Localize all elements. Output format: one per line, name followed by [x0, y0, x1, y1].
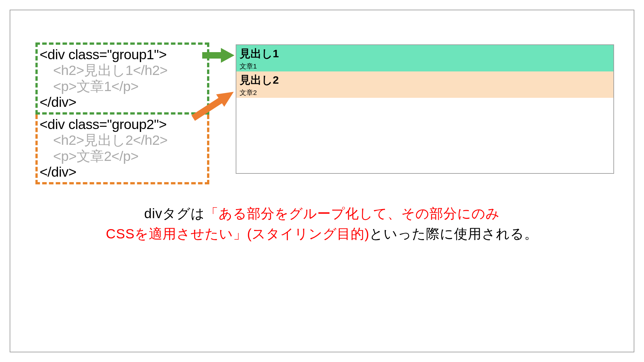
caption-part3: CSSを適用させたい」(スタイリング目的) [106, 226, 369, 241]
svg-marker-1 [190, 88, 238, 123]
code-close-div2: </div> [40, 164, 204, 180]
code-p-2: <p>文章2</p> [40, 148, 204, 164]
code-open-div2: <div class="group2"> [40, 116, 204, 132]
render-group2: 見出し2 文章2 [236, 71, 613, 98]
caption-part1: divタグは [144, 206, 205, 221]
caption-text: divタグは「ある部分をグループ化して、その部分にのみ CSSを適用させたい」(… [10, 203, 634, 244]
code-h2-1: <h2>見出し1</h2> [40, 62, 204, 78]
render-group1: 見出し1 文章1 [236, 45, 613, 71]
code-h2-2: <h2>見出し2</h2> [40, 132, 204, 148]
caption-part4: といった際に使用される。 [369, 226, 538, 241]
render-paragraph1: 文章1 [240, 62, 610, 71]
code-p-1: <p>文章1</p> [40, 79, 204, 94]
arrow-orange-icon [190, 88, 242, 124]
svg-marker-0 [202, 48, 234, 63]
render-heading1: 見出し1 [240, 46, 610, 61]
code-open-div1: <div class="group1"> [40, 47, 204, 62]
code-close-div1: </div> [40, 94, 204, 110]
code-area: <div class="group1"> <h2>見出し1</h2> <p>文章… [35, 42, 209, 184]
render-heading2: 見出し2 [240, 73, 610, 88]
browser-preview: 見出し1 文章1 見出し2 文章2 [236, 44, 614, 174]
code-block-group2: <div class="group2"> <h2>見出し2</h2> <p>文章… [35, 115, 209, 184]
slide-frame: <div class="group1"> <h2>見出し1</h2> <p>文章… [10, 10, 634, 352]
code-block-group1: <div class="group1"> <h2>見出し1</h2> <p>文章… [35, 42, 209, 115]
render-paragraph2: 文章2 [240, 88, 610, 97]
arrow-green-icon [202, 48, 234, 64]
caption-part2: 「ある部分をグループ化して、その部分にのみ [205, 206, 500, 221]
